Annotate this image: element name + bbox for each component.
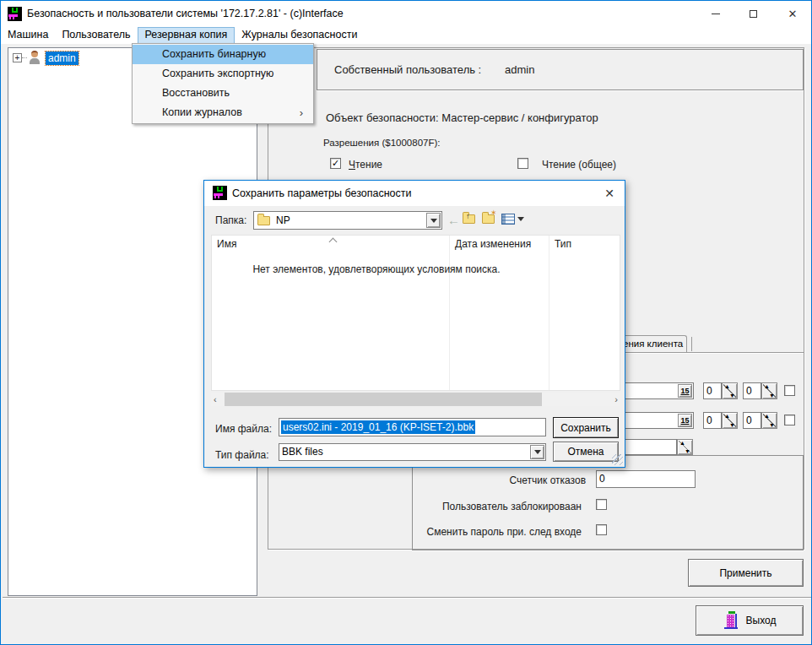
menu-item-label: Копии журналов — [162, 106, 242, 118]
folder-combobox[interactable]: NP — [253, 211, 442, 230]
spin-button-2a[interactable]: ▲▼ — [722, 412, 738, 429]
spin-up-icon: ▲ — [724, 413, 730, 419]
apply-button-label: Применить — [719, 567, 771, 579]
spin-field-1a[interactable]: 0 — [703, 382, 722, 399]
filetype-dropdown-button[interactable] — [530, 445, 544, 459]
new-folder-button[interactable]: ✶ — [482, 214, 495, 224]
spin-value: 0 — [706, 385, 712, 397]
dialog-title-bar[interactable]: Сохранить параметры безопасности ✕ — [204, 181, 625, 206]
folder-dropdown-button[interactable] — [426, 213, 441, 228]
dialog-title: Сохранить параметры безопасности — [232, 187, 412, 199]
tree-expand-button[interactable]: + — [13, 53, 22, 62]
exit-button[interactable]: Выход — [696, 605, 804, 636]
minimize-icon — [712, 14, 720, 14]
read-common-checkbox-label: Чтение (общее) — [542, 159, 616, 171]
change-password-checkbox[interactable] — [596, 524, 607, 535]
fail-counter-field[interactable]: 0 — [596, 470, 696, 488]
spin-field-2a[interactable]: 0 — [703, 412, 722, 429]
dialog-close-button[interactable]: ✕ — [594, 181, 625, 206]
calendar-button-2[interactable]: 15 — [678, 414, 692, 427]
cancel-button[interactable]: Отмена — [553, 442, 619, 462]
scrollbar-thumb[interactable] — [225, 393, 542, 406]
menu-item-save-binary[interactable]: Сохранить бинарную — [133, 45, 313, 64]
view-menu-icon — [501, 214, 515, 225]
file-list[interactable]: Имя Дата изменения Тип Нет элементов, уд… — [211, 235, 620, 391]
bottom-divider — [3, 597, 811, 599]
tab-page-border — [621, 352, 804, 353]
exit-door-icon — [723, 611, 739, 630]
menu-item-backup[interactable]: Резервная копия — [138, 27, 235, 44]
user-locked-label: Пользователь заблокироваан — [414, 501, 582, 512]
own-user-bar: Собственный пользователь : admin — [317, 49, 804, 90]
row2-checkbox[interactable] — [784, 415, 795, 425]
spin-down-icon: ▼ — [729, 422, 735, 428]
column-divider — [449, 236, 450, 390]
column-header-name[interactable]: Имя — [217, 238, 236, 250]
tree-node-admin[interactable]: admin — [46, 51, 78, 65]
maximize-icon — [750, 10, 757, 18]
own-user-value: admin — [505, 63, 534, 76]
filename-label: Имя файла: — [215, 423, 272, 435]
up-one-level-button[interactable]: ↑ — [463, 214, 475, 224]
folder-icon — [257, 216, 270, 225]
exit-button-label: Выход — [746, 615, 777, 626]
check-icon: ✓ — [332, 158, 339, 168]
spin-up-icon: ▲ — [724, 383, 730, 389]
spin-button-1a[interactable]: ▲▼ — [722, 382, 738, 399]
column-divider — [549, 236, 549, 390]
menu-item-log-copies[interactable]: Копии журналов › — [133, 103, 313, 122]
menu-item-restore[interactable]: Восстановить — [133, 84, 313, 103]
resize-grip[interactable] — [612, 454, 623, 465]
security-object-label: Объект безопасности: Мастер-сервис / кон… — [326, 111, 598, 124]
read-common-checkbox[interactable] — [517, 158, 528, 169]
user-locked-checkbox[interactable] — [596, 499, 607, 510]
horizontal-scrollbar[interactable]: ‹ › — [211, 393, 620, 406]
menu-item-save-export[interactable]: Сохранить экспортную — [133, 64, 313, 84]
maximize-button[interactable] — [734, 1, 772, 26]
close-button[interactable]: ✕ — [773, 1, 812, 26]
filetype-label: Тип файла: — [215, 449, 269, 461]
app-icon — [8, 7, 22, 21]
view-menu-button[interactable] — [501, 214, 524, 225]
read-checkbox[interactable]: ✓ — [330, 158, 341, 169]
tab-client-restrictions[interactable]: ения клиента — [621, 335, 687, 353]
minimize-button[interactable] — [696, 1, 734, 26]
own-user-label: Собственный пользователь : — [334, 63, 481, 76]
column-header-date[interactable]: Дата изменения — [455, 238, 531, 250]
filetype-combobox[interactable]: BBK files — [279, 443, 546, 461]
close-icon: ✕ — [788, 8, 798, 19]
tab-separator — [691, 337, 692, 351]
permissions-label: Разрешения ($1000807F): — [323, 138, 440, 148]
back-arrow-icon: ← — [447, 213, 460, 227]
scroll-right-icon[interactable]: › — [614, 394, 618, 404]
spin-button-1b[interactable]: ▲▼ — [761, 382, 777, 399]
spin-down-icon: ▼ — [685, 448, 690, 454]
cancel-button-label: Отмена — [567, 446, 604, 458]
folder-label: Папка: — [215, 214, 246, 226]
save-button-label: Сохранить — [560, 422, 611, 434]
app-window: Безопасность и пользователи системы '172… — [0, 0, 812, 645]
spin-field-1b[interactable]: 0 — [743, 382, 761, 399]
spin-down-icon: ▼ — [729, 393, 735, 398]
chevron-down-icon — [534, 450, 541, 454]
calendar-button-1[interactable]: 15 — [678, 384, 692, 398]
back-button[interactable]: ← — [447, 213, 460, 227]
apply-button[interactable]: Применить — [688, 559, 804, 587]
menu-item-user[interactable]: Пользователь — [55, 27, 137, 44]
filename-input[interactable]: users02.ini - 2019_01_16 (KP-ISET-2).bbk — [279, 418, 546, 436]
menu-item-machine[interactable]: Машина — [1, 27, 55, 44]
column-header-type[interactable]: Тип — [555, 238, 571, 250]
title-bar[interactable]: Безопасность и пользователи системы '172… — [1, 1, 811, 27]
spin-button-2b[interactable]: ▲▼ — [761, 412, 777, 429]
row1-checkbox[interactable] — [784, 385, 795, 396]
spin-button-3[interactable]: ▲▼ — [677, 439, 693, 455]
filetype-combobox-value: BBK files — [282, 446, 323, 458]
tab-label: ения клиента — [623, 339, 683, 349]
save-button[interactable]: Сохранить — [553, 417, 619, 438]
menu-bar: Машина Пользователь Резервная копия Журн… — [1, 27, 811, 44]
menu-item-security-logs[interactable]: Журналы безопасности — [235, 27, 364, 44]
dialog-app-icon — [213, 186, 227, 200]
spin-field-2b[interactable]: 0 — [743, 412, 761, 429]
scroll-left-icon[interactable]: ‹ — [214, 394, 217, 404]
sparkle-glyph: ✶ — [490, 209, 497, 217]
